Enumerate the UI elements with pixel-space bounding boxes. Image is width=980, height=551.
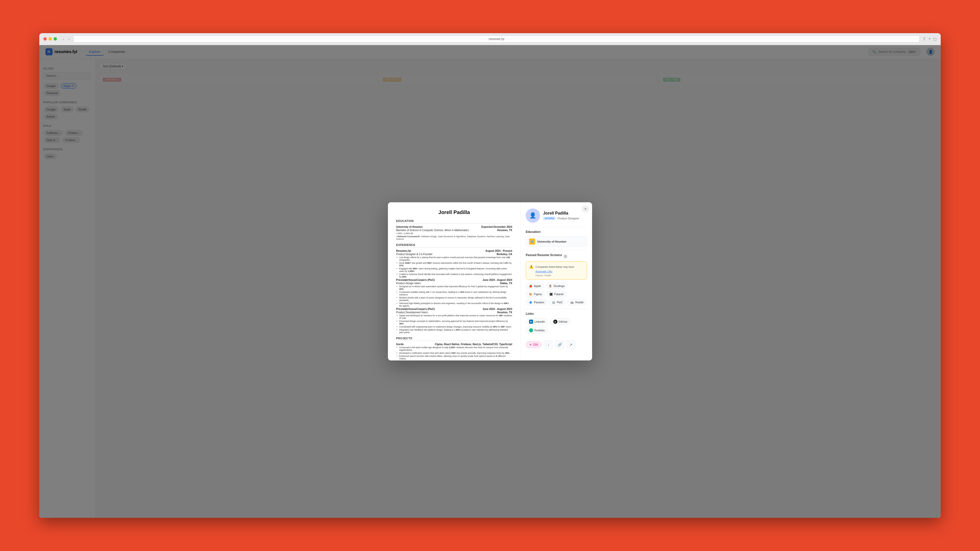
maximize-button[interactable] bbox=[54, 37, 57, 41]
divider-1 bbox=[526, 227, 587, 227]
company-reddit[interactable]: 🤖 Reddit bbox=[567, 299, 586, 306]
company-duolingo[interactable]: 🦉 Duolingo bbox=[546, 283, 567, 289]
forward-button[interactable]: › bbox=[67, 37, 70, 41]
job3-bullet3: Coordinated with engineering team to imp… bbox=[399, 326, 512, 328]
back-button[interactable]: ‹ bbox=[62, 37, 65, 41]
add-tab-icon[interactable]: + bbox=[928, 37, 931, 41]
github-link[interactable]: ⚙ GitHub bbox=[550, 318, 571, 325]
links-section: Links in LinkedIn ⚙ GitHub 🌐 bbox=[526, 312, 587, 334]
profile-university: University of Houston bbox=[537, 240, 566, 243]
resume-job1-header: Resumes.fyi August 2024 - Present bbox=[396, 249, 512, 252]
job2-bullet1: Designed an AI-driven task automation sy… bbox=[399, 285, 512, 290]
job1-bullet4: Crafted a cohesive brand identity that r… bbox=[399, 273, 512, 278]
warning-box: ⚠️ Companies listed below may have Autom… bbox=[526, 262, 587, 279]
modal-overlay[interactable]: × Jorell Padilla Education University of… bbox=[39, 45, 941, 518]
download-button[interactable]: ↓ bbox=[544, 340, 553, 349]
pwc-label: PwC bbox=[557, 301, 563, 304]
company-figma[interactable]: 🎨 Figma bbox=[526, 291, 545, 297]
project1-bullet2: Developed a notification system that sen… bbox=[399, 352, 512, 354]
figma-label: Figma bbox=[534, 292, 542, 295]
profile-header: 👤 Jorell Padilla INTERN Product Designer bbox=[526, 208, 587, 223]
duolingo-label: Duolingo bbox=[554, 284, 565, 287]
portfolio-link[interactable]: 🌐 Portfolio bbox=[526, 327, 548, 334]
automatic-oas-link[interactable]: Automatic OAs bbox=[535, 270, 552, 273]
external-link-icon: ↗ bbox=[570, 343, 573, 347]
info-panel: 👤 Jorell Padilla INTERN Product Designer… bbox=[520, 202, 592, 360]
like-count: 316 bbox=[533, 343, 538, 346]
pwc-icon: 🏢 bbox=[552, 300, 555, 304]
passed-screens-header: Passed Resume Screens ? bbox=[526, 253, 587, 259]
intern-badge: INTERN bbox=[543, 217, 556, 220]
job3-bullet2: Presented design concepts to stakeholder… bbox=[399, 320, 512, 325]
job1-bullet2: Drew 100K+ site growth and 300+ resume s… bbox=[399, 262, 512, 267]
company-palantir[interactable]: ⬛ Palantir bbox=[546, 291, 566, 297]
close-button[interactable] bbox=[43, 37, 47, 41]
reddit-label: Reddit bbox=[575, 301, 584, 304]
copy-link-button[interactable]: 🔗 bbox=[555, 340, 564, 349]
minimize-button[interactable] bbox=[48, 37, 52, 41]
tabs-icon[interactable]: ◻ bbox=[933, 37, 937, 41]
browser-titlebar: ‹ › resumes.fyi ⇧ + ◻ bbox=[39, 33, 941, 45]
linkedin-link[interactable]: in LinkedIn bbox=[526, 318, 549, 325]
warning-content: Companies listed below may have Automati… bbox=[535, 264, 584, 277]
degree-text: Bachelor of Science in Computer Science,… bbox=[396, 229, 469, 232]
resume-job1-sub: Product Designer & Co-Founder Berkeley, … bbox=[396, 253, 512, 256]
job3-bullet1: Styled and developed an interface for a … bbox=[399, 314, 512, 319]
resume-panel: Jorell Padilla Education University of H… bbox=[388, 202, 520, 360]
info-tooltip-icon[interactable]: ? bbox=[563, 254, 567, 259]
linkedin-label: LinkedIn bbox=[535, 320, 545, 323]
like-button[interactable]: ♥ 316 bbox=[526, 341, 542, 348]
duolingo-icon: 🦉 bbox=[548, 284, 552, 288]
project1-header: Gordo Figma, React Native, Firebase, Nex… bbox=[396, 343, 512, 346]
profile-role: Product Designer bbox=[557, 217, 579, 220]
resume-job3-header: PricewaterhouseCoopers (PwC) June 2023 -… bbox=[396, 308, 512, 310]
browser-content: R resumes.fyi Explore Companies 🔍 Search… bbox=[39, 45, 941, 518]
job1-bullet1: Led design efforts for a startup that le… bbox=[399, 256, 512, 261]
modal-container: × Jorell Padilla Education University of… bbox=[388, 202, 592, 360]
resume-projects-heading: Projects bbox=[396, 337, 512, 341]
palantir-label: Palantir bbox=[554, 292, 564, 295]
apple-label: Apple bbox=[534, 284, 541, 287]
resume-education-heading: Education bbox=[396, 219, 512, 224]
links-title: Links bbox=[526, 312, 587, 316]
profile-info: Jorell Padilla INTERN Product Designer bbox=[543, 211, 579, 220]
job1-bullet3: Engaged with 600+ users during testing, … bbox=[399, 267, 512, 272]
university-icon: ⚙️ bbox=[529, 238, 535, 245]
warning-companies: Palantir, Reddit bbox=[535, 274, 584, 277]
browser-window: ‹ › resumes.fyi ⇧ + ◻ R resumes.fyi Expl… bbox=[39, 33, 941, 518]
project1-bullet1: Composed a full-stack mobile app designe… bbox=[399, 346, 512, 351]
job2-bullet3: Worked closely with a team of senior des… bbox=[399, 297, 512, 302]
grad-date: Expected December 2024 bbox=[481, 225, 512, 228]
job2-bullet2: Conducted usability testing with 2 UX re… bbox=[399, 291, 512, 296]
resume-experience-heading: Experience bbox=[396, 243, 512, 248]
warning-text: Companies listed below may have Automati… bbox=[535, 265, 574, 273]
resume-job2-header: PricewaterhouseCoopers (PwC) June 2024 -… bbox=[396, 279, 512, 281]
share-icon[interactable]: ⇧ bbox=[923, 37, 926, 41]
warning-icon: ⚠️ bbox=[529, 265, 533, 268]
resume-job3-sub: Product Development Intern Houston, TX bbox=[396, 311, 512, 314]
company-apple[interactable]: 🍎 Apple bbox=[526, 283, 544, 289]
browser-controls: ‹ › bbox=[62, 37, 70, 41]
traffic-lights bbox=[43, 37, 57, 41]
reddit-icon: 🤖 bbox=[570, 300, 574, 304]
resume-gpa: • GPA: 3.40/4.00 bbox=[396, 232, 512, 235]
project1-bullet3: Enhanced search function with intuitive … bbox=[399, 355, 512, 360]
link-icon: 🔗 bbox=[558, 343, 562, 347]
company-paradox[interactable]: 🔷 Paradox bbox=[526, 299, 547, 306]
company-pwc[interactable]: 🏢 PwC bbox=[549, 299, 566, 306]
share-button[interactable]: ↗ bbox=[566, 340, 576, 349]
profile-avatar: 👤 bbox=[526, 208, 540, 223]
apple-icon: 🍎 bbox=[528, 284, 533, 288]
resume-candidate-name: Jorell Padilla bbox=[396, 210, 512, 215]
resume-university-header: University of Houston Expected December … bbox=[396, 225, 512, 228]
paradox-label: Paradox bbox=[534, 301, 544, 304]
resume-degree-header: Bachelor of Science in Computer Science,… bbox=[396, 229, 512, 232]
passed-screens-title: Passed Resume Screens bbox=[526, 253, 562, 257]
portfolio-icon: 🌐 bbox=[529, 328, 533, 332]
paradox-icon: 🔷 bbox=[528, 300, 533, 304]
job3-bullet4: Integrated user feedback into platform d… bbox=[399, 329, 512, 333]
github-icon: ⚙ bbox=[553, 320, 557, 324]
browser-actions: ⇧ + ◻ bbox=[923, 37, 937, 41]
address-bar[interactable]: resumes.fyi bbox=[73, 36, 920, 42]
palantir-icon: ⬛ bbox=[549, 292, 553, 296]
